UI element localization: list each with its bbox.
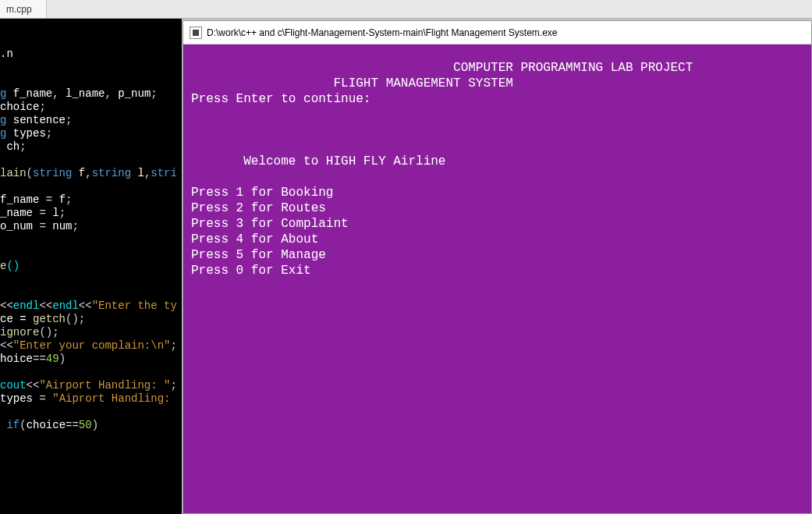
code-line bbox=[0, 180, 180, 193]
file-tab[interactable]: m.cpp bbox=[0, 0, 47, 18]
code-line: hoice==49) bbox=[0, 353, 180, 366]
code-line: e() bbox=[0, 260, 180, 273]
console-window[interactable]: D:\work\c++ and c\Flight-Management-Syst… bbox=[183, 20, 812, 514]
code-line: choice; bbox=[0, 101, 180, 114]
code-line: types = "Aiprort Handling: bbox=[0, 392, 180, 406]
code-line: ch; bbox=[0, 140, 180, 154]
code-line bbox=[0, 233, 180, 246]
code-line bbox=[0, 273, 180, 286]
code-line bbox=[0, 286, 180, 300]
file-tab-label: m.cpp bbox=[6, 4, 32, 15]
code-line: <<endl<<endl<<"Enter the ty bbox=[0, 300, 180, 313]
code-line bbox=[0, 154, 180, 167]
app-icon bbox=[190, 27, 202, 39]
code-line bbox=[0, 34, 180, 48]
code-line: cout<<"Airport Handling: "; bbox=[0, 379, 180, 392]
code-line: ignore(); bbox=[0, 326, 180, 339]
console-titlebar[interactable]: D:\work\c++ and c\Flight-Management-Syst… bbox=[183, 21, 811, 44]
code-line bbox=[0, 406, 180, 419]
code-line bbox=[0, 74, 180, 87]
code-line: .n bbox=[0, 48, 180, 61]
tab-bar: m.cpp bbox=[0, 0, 812, 19]
code-line: g f_name, l_name, p_num; bbox=[0, 87, 180, 101]
code-editor[interactable]: .n g f_name, l_name, p_num;choice;g sent… bbox=[0, 19, 182, 514]
code-line bbox=[0, 61, 180, 74]
code-line: f_name = f; bbox=[0, 193, 180, 207]
console-title-text: D:\work\c++ and c\Flight-Management-Syst… bbox=[207, 27, 558, 38]
code-line bbox=[0, 366, 180, 379]
code-line bbox=[0, 246, 180, 260]
code-line: g sentence; bbox=[0, 114, 180, 127]
code-line: if(choice==50) bbox=[0, 419, 180, 432]
code-line: lain(string f,string l,stri bbox=[0, 167, 180, 180]
code-line: <<"Enter your complain:\n"; bbox=[0, 339, 180, 353]
code-line: o_num = num; bbox=[0, 220, 180, 233]
code-line: g types; bbox=[0, 127, 180, 140]
code-line: ce = getch(); bbox=[0, 313, 180, 326]
code-line: _name = l; bbox=[0, 207, 180, 220]
console-output[interactable]: COMPUTER PROGRAMMING LAB PROJECT FLIGHT … bbox=[183, 44, 811, 513]
